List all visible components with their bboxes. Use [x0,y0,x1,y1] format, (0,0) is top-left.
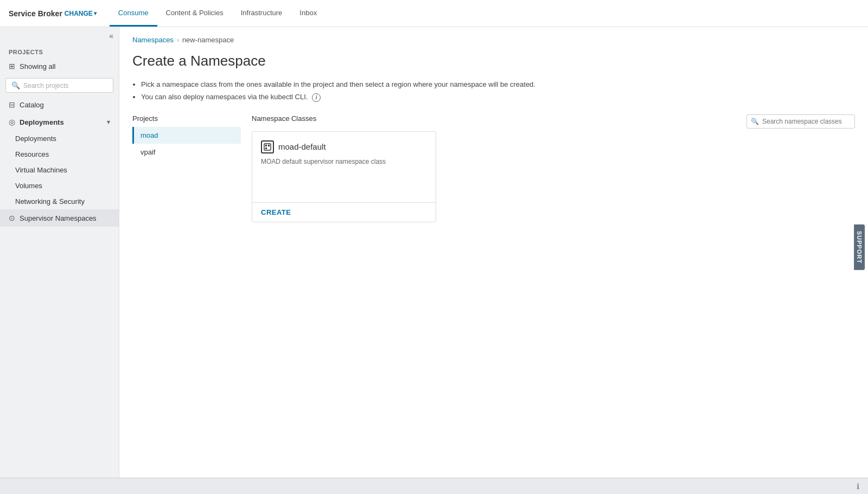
create-button[interactable]: CREATE [261,208,291,216]
svg-rect-0 [264,144,271,150]
breadcrumb-namespaces-link[interactable]: Namespaces [132,36,174,44]
support-tab[interactable]: SUPPORT [854,224,865,270]
sidebar-item-deployments[interactable]: ◎ Deployments ▾ [0,113,119,131]
sidebar: « Projects ⊞ Showing all 🔍 Search projec… [0,27,119,478]
ns-search-icon: 🔍 [751,118,759,125]
change-chevron-icon: ▾ [94,10,97,16]
ns-card-description: MOAD default supervisor namespace class [261,158,427,165]
kubectl-info-icon[interactable]: i [312,93,321,102]
tab-infrastructure[interactable]: Infrastructure [232,0,291,27]
namespace-class-card: moad-default MOAD default supervisor nam… [252,131,436,222]
svg-rect-2 [268,145,270,146]
supervisor-namespaces-icon: ⊙ [9,214,15,222]
projects-section-label: Projects [0,44,119,57]
instruction-2: You can also deploy namespaces via the k… [141,91,855,103]
namespace-classes-column: Namespace Classes 🔍 [252,114,855,222]
ns-card-icon [261,140,274,153]
projects-column: Projects moad vpaif [132,114,241,222]
layers-icon: ⊞ [9,62,15,70]
collapse-icon: « [109,31,113,40]
ns-card-footer: CREATE [252,202,436,222]
service-broker-title: Service Broker [9,9,62,18]
deployments-icon: ◎ [9,118,15,126]
tab-inbox[interactable]: Inbox [291,0,326,27]
instructions: Pick a namespace class from the ones ava… [119,78,868,114]
tab-content-policies[interactable]: Content & Policies [157,0,232,27]
picker-container: Projects moad vpaif Namespace Classes [119,114,868,222]
sidebar-sub-item-resources[interactable]: Resources [0,146,119,162]
sidebar-item-supervisor-namespaces[interactable]: ⊙ Supervisor Namespaces [0,209,119,227]
sidebar-sub-item-deployments[interactable]: Deployments [0,131,119,146]
sidebar-item-showing-all[interactable]: ⊞ Showing all [0,57,119,75]
svg-rect-3 [265,147,267,149]
project-item-vpaif[interactable]: vpaif [132,144,241,161]
page-title: Create a Namespace [119,48,868,78]
footer-info-icon[interactable]: ℹ [857,482,859,491]
breadcrumb: Namespaces › new-namespace [119,27,868,48]
nav-tabs: Consume Content & Policies Infrastructur… [110,0,326,27]
catalog-icon: ⊟ [9,100,15,109]
ns-classes-col-label: Namespace Classes [252,114,316,123]
breadcrumb-current: new-namespace [182,36,234,44]
sidebar-search-icon: 🔍 [11,81,20,89]
ns-card-body: moad-default MOAD default supervisor nam… [252,132,436,202]
sidebar-search-input[interactable]: 🔍 Search projects [5,78,113,93]
sidebar-item-catalog[interactable]: ⊟ Catalog [0,96,119,113]
picker-area: Projects moad vpaif Namespace Classes [119,114,868,222]
main-layout: « Projects ⊞ Showing all 🔍 Search projec… [0,27,868,478]
svg-rect-1 [265,145,267,146]
content-area: Namespaces › new-namespace Create a Name… [119,27,868,478]
ns-search-input[interactable] [746,114,855,129]
breadcrumb-separator: › [177,36,179,44]
project-list: moad vpaif [132,127,241,161]
deployments-arrow-icon: ▾ [107,118,110,126]
tab-consume[interactable]: Consume [110,0,157,27]
ns-card-title: moad-default [261,140,427,153]
sidebar-sub-item-volumes[interactable]: Volumes [0,178,119,194]
top-bar: Service Broker CHANGE ▾ Consume Content … [0,0,868,27]
change-button[interactable]: CHANGE ▾ [65,10,97,17]
ns-classes-header: Namespace Classes 🔍 [252,114,855,127]
sidebar-collapse-button[interactable]: « [0,27,119,44]
footer: ℹ [0,478,868,494]
sidebar-sub-item-virtual-machines[interactable]: Virtual Machines [0,162,119,178]
sidebar-sub-item-networking-security[interactable]: Networking & Security [0,194,119,209]
top-bar-left: Service Broker CHANGE ▾ [9,9,97,18]
projects-col-label: Projects [132,114,241,123]
ns-search-wrapper: 🔍 [746,114,855,129]
instruction-1: Pick a namespace class from the ones ava… [141,78,855,91]
project-item-moad[interactable]: moad [132,127,241,144]
